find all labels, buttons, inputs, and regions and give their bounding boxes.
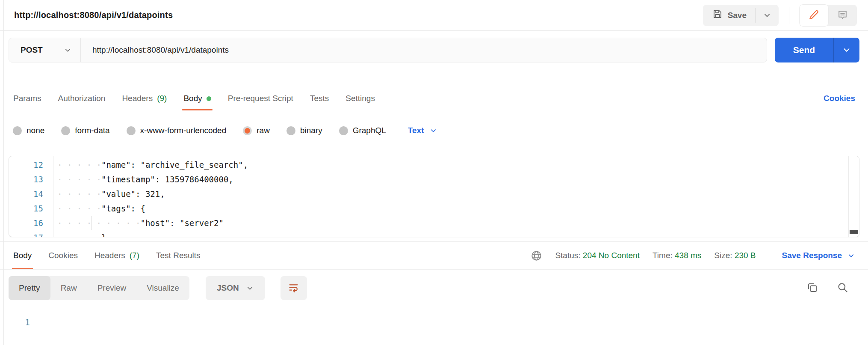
view-raw[interactable]: Raw <box>50 276 87 300</box>
send-button[interactable]: Send <box>775 38 833 62</box>
body-type-binary[interactable]: binary <box>286 126 322 135</box>
url-bar: POST <box>9 38 767 62</box>
tab-label: Headers <box>122 94 153 103</box>
tab-label: Tests <box>310 94 329 103</box>
code-text: "tags": { <box>101 201 145 216</box>
tab-label: Body <box>183 94 202 103</box>
gutter-divider <box>53 156 53 237</box>
whitespace-dots: · · · · · <box>53 201 101 216</box>
response-header: Body Cookies Headers (7) Test Results St… <box>0 242 868 270</box>
wrap-text-button[interactable] <box>280 276 307 300</box>
status-value: 204 No Content <box>583 251 640 260</box>
radio-icon <box>61 126 70 135</box>
response-format-select[interactable]: JSON <box>206 276 265 300</box>
tab-label: Body <box>13 251 32 260</box>
radio-selected-icon <box>243 126 252 135</box>
edit-request-button[interactable] <box>800 5 828 26</box>
chevron-down-icon <box>246 284 254 292</box>
size-value: 230 B <box>735 251 756 260</box>
tab-label: Settings <box>345 94 375 103</box>
response-body-editor[interactable]: 1 <box>0 306 868 327</box>
code-text: "timestamp": 1359786400000, <box>101 172 233 187</box>
radio-icon <box>127 126 136 135</box>
line-number: 13 <box>9 172 53 187</box>
edit-comment-toggle <box>800 5 857 26</box>
tab-tests[interactable]: Tests <box>310 86 329 110</box>
time-badge: Time: 438 ms <box>652 251 701 260</box>
tab-label: Authorization <box>58 94 105 103</box>
view-pretty[interactable]: Pretty <box>9 276 50 300</box>
status-badge: Status: 204 No Content <box>555 251 640 260</box>
response-view-switcher: Pretty Raw Preview Visualize <box>9 276 189 300</box>
editor-scrollbar[interactable] <box>848 156 859 237</box>
request-tabs: Params Authorization Headers (9) Body Pr… <box>0 86 868 110</box>
response-tab-test-results[interactable]: Test Results <box>156 242 201 269</box>
panel-left-border <box>3 0 4 345</box>
response-tab-headers[interactable]: Headers (7) <box>94 242 140 269</box>
body-type-form-data[interactable]: form-data <box>61 126 109 135</box>
tab-headers[interactable]: Headers (9) <box>121 86 167 110</box>
method-select[interactable]: POST <box>9 38 81 62</box>
request-title: http://localhost:8080/api/v1/datapoints <box>14 10 173 20</box>
time-label: Time: <box>652 251 673 260</box>
response-toolbar: Pretty Raw Preview Visualize JSON <box>0 270 868 306</box>
view-visualize[interactable]: Visualize <box>136 276 189 300</box>
whitespace-dots: · · · · · <box>53 187 101 201</box>
body-type-raw[interactable]: raw <box>243 126 270 135</box>
save-response-button[interactable]: Save Response <box>782 251 855 260</box>
meta-divider <box>769 248 769 263</box>
tab-body[interactable]: Body <box>183 86 211 110</box>
request-header: http://localhost:8080/api/v1/datapoints … <box>0 0 868 31</box>
response-tab-body[interactable]: Body <box>13 242 32 269</box>
tab-authorization[interactable]: Authorization <box>57 86 106 110</box>
url-input[interactable] <box>81 38 767 62</box>
cookies-link[interactable]: Cookies <box>824 94 855 103</box>
whitespace-dots: · · · · · <box>53 172 101 187</box>
postman-request-window: http://localhost:8080/api/v1/datapoints … <box>0 0 868 345</box>
body-modified-dot <box>207 96 211 101</box>
indent-guide-nested <box>92 216 92 230</box>
body-language-select[interactable]: Text <box>408 126 438 135</box>
response-tab-cookies[interactable]: Cookies <box>48 242 78 269</box>
language-label: Text <box>408 126 424 135</box>
send-button-group: Send <box>775 38 859 62</box>
chevron-down-icon <box>842 45 851 55</box>
radio-label: raw <box>257 126 270 135</box>
body-type-none[interactable]: none <box>13 126 44 135</box>
chevron-down-icon <box>763 11 771 20</box>
tab-pre-request-script[interactable]: Pre-request Script <box>227 86 294 110</box>
chevron-down-icon <box>429 127 437 135</box>
radio-label: binary <box>300 126 322 135</box>
body-type-x-www-form-urlencoded[interactable]: x-www-form-urlencoded <box>127 126 227 135</box>
line-number: 12 <box>9 158 53 172</box>
tab-settings[interactable]: Settings <box>345 86 375 110</box>
request-body-editor[interactable]: 12· · · · ·"name": "archive_file_search"… <box>9 156 859 237</box>
radio-label: x-www-form-urlencoded <box>140 126 227 135</box>
radio-label: none <box>27 126 44 135</box>
time-value: 438 ms <box>675 251 701 260</box>
floppy-disk-icon <box>712 9 723 21</box>
comments-button[interactable] <box>828 5 857 26</box>
scrollbar-thumb[interactable] <box>850 230 858 234</box>
radio-icon <box>286 126 295 135</box>
view-preview[interactable]: Preview <box>87 276 137 300</box>
headers-count-badge: (7) <box>130 251 139 260</box>
topbar-divider <box>789 7 789 24</box>
line-number: 15 <box>9 201 53 216</box>
copy-response-button[interactable] <box>806 282 818 294</box>
tab-params[interactable]: Params <box>13 86 41 110</box>
save-options-button[interactable] <box>756 5 779 26</box>
size-label: Size: <box>714 251 732 260</box>
send-options-button[interactable] <box>834 38 859 62</box>
radio-label: form-data <box>75 126 109 135</box>
search-response-button[interactable] <box>837 282 848 294</box>
response-meta: Status: 204 No Content Time: 438 ms Size… <box>531 242 855 269</box>
radio-icon <box>339 126 348 135</box>
save-button[interactable]: Save <box>703 5 755 26</box>
indent-guide <box>72 156 72 237</box>
chevron-down-icon <box>64 46 72 54</box>
body-type-graphql[interactable]: GraphQL <box>339 126 386 135</box>
line-number: 16 <box>9 216 53 230</box>
copy-icon <box>806 282 818 294</box>
whitespace-dots: · · · · · <box>53 230 101 237</box>
